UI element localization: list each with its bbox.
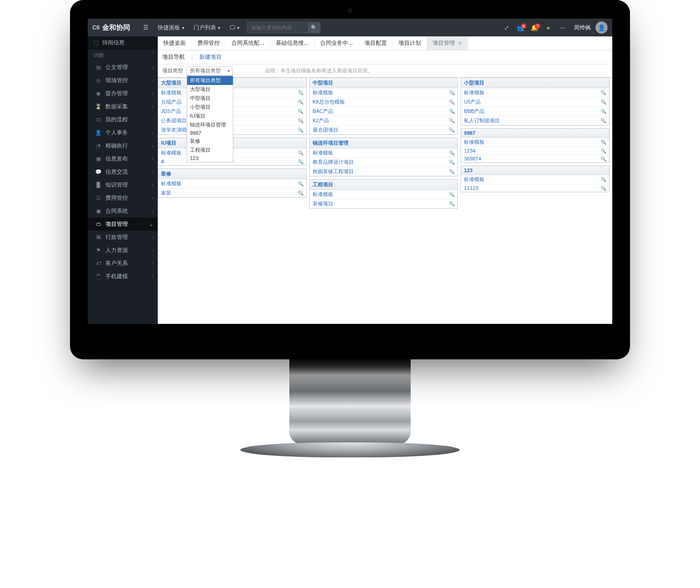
dropdown-option[interactable]: 中型项目 <box>187 94 233 103</box>
panel-row[interactable]: 标准模板🔍 <box>461 175 609 184</box>
panel-row[interactable]: K2产品🔍 <box>310 116 458 126</box>
sidebar-item-15[interactable]: 🏷客户关系› <box>88 257 158 270</box>
project-type-select[interactable]: 所有项目类型 所有项目类型大型项目中型项目小型项目IU项目锦连环项目管理9987… <box>187 66 232 76</box>
panel-row[interactable]: 11123🔍 <box>461 184 609 192</box>
magnifier-icon[interactable]: 🔍 <box>298 118 303 123</box>
panel-row[interactable]: 家装🔍 <box>158 189 306 197</box>
magnifier-icon[interactable]: 🔍 <box>449 160 455 165</box>
magnifier-icon[interactable]: 🔍 <box>298 159 303 164</box>
magnifier-icon[interactable]: 🔍 <box>449 150 455 155</box>
magnifier-icon[interactable]: 🔍 <box>449 99 455 105</box>
panel-row[interactable]: 装修项目🔍 <box>310 199 458 208</box>
dropdown-option[interactable]: 小型项目 <box>187 103 233 112</box>
sidebar-item-13[interactable]: 🏛行政管理› <box>88 231 158 244</box>
sidebar-item-14[interactable]: ⚑人力资源› <box>88 244 158 257</box>
panel-row[interactable]: 标准模板🔍 <box>310 190 458 199</box>
sidebar-item-5[interactable]: 👤个人事务› <box>88 126 158 139</box>
hamburger-icon[interactable]: ☰ <box>139 19 153 36</box>
username[interactable]: 周烨枫 <box>574 24 591 32</box>
tab-0[interactable]: 快捷桌面 <box>158 36 192 50</box>
magnifier-icon[interactable]: 🔍 <box>601 99 606 105</box>
tab-3[interactable]: 基础信息维... <box>270 36 315 50</box>
panel-row[interactable]: 校园装修工程项目🔍 <box>310 167 458 176</box>
panel-row[interactable]: KK总分包模板🔍 <box>310 98 458 107</box>
dropdown-option[interactable]: 9987 <box>187 129 233 137</box>
tab-5[interactable]: 项目配置 <box>359 36 393 50</box>
panel-row[interactable]: 1234🔍 <box>461 147 609 155</box>
panel-row[interactable]: 展会团项目🔍 <box>310 126 458 134</box>
expand-icon[interactable]: ⤢ <box>499 24 513 31</box>
magnifier-icon[interactable]: 🔍 <box>601 186 606 191</box>
magnifier-icon[interactable]: 🔍 <box>601 156 606 161</box>
avatar[interactable]: 👤 <box>595 21 608 34</box>
dropdown-option[interactable]: 所有项目类型 <box>187 76 233 85</box>
magnifier-icon[interactable]: 🔍 <box>298 90 303 95</box>
magnifier-icon[interactable]: 🔍 <box>449 127 455 133</box>
sidebar-item-9[interactable]: ▉知识管理› <box>88 178 158 191</box>
magnifier-icon[interactable]: 🔍 <box>601 148 606 154</box>
panel-row[interactable]: BBB产品🔍 <box>461 107 609 116</box>
panel-row[interactable]: 369874🔍 <box>461 155 609 162</box>
sidebar-item-3[interactable]: ⌛数据采集› <box>88 100 158 113</box>
sidebar-item-2[interactable]: ◉督办管理› <box>88 87 158 100</box>
magnifier-icon[interactable]: 🔍 <box>601 90 606 95</box>
sidebar-item-0[interactable]: ▤公文管理› <box>88 61 158 74</box>
magnifier-icon[interactable]: 🔍 <box>298 150 303 155</box>
magnifier-icon[interactable]: 🔍 <box>449 169 455 174</box>
panel-row[interactable]: 标准模板🔍 <box>461 88 609 98</box>
magnifier-icon[interactable]: 🔍 <box>298 190 303 196</box>
quick-panel-menu[interactable]: 快捷面板 <box>153 19 189 36</box>
sidebar-item-1[interactable]: ◎现场管控› <box>88 74 158 87</box>
tab-1[interactable]: 费用管控 <box>192 36 226 50</box>
panel-row[interactable]: 标准模板🔍 <box>461 138 609 147</box>
dropdown-option[interactable]: 装修 <box>187 137 233 146</box>
users-icon[interactable]: 👥 6 <box>513 24 527 31</box>
dropdown-option[interactable]: 工程项目 <box>187 146 233 154</box>
tab-2[interactable]: 合同系统配... <box>226 36 270 50</box>
sidebar-item-10[interactable]: ☷费用管控› <box>88 191 158 204</box>
panel-row[interactable]: U5产品🔍 <box>461 98 609 107</box>
tab-7[interactable]: 项目管理✕ <box>427 36 468 50</box>
panel-row[interactable]: 标准模板🔍 <box>158 179 306 189</box>
magnifier-icon[interactable]: 🔍 <box>601 140 606 145</box>
subtab-new-project[interactable]: 新建项目 <box>199 53 222 61</box>
portal-list-menu[interactable]: 门户列表 <box>189 19 225 36</box>
magnifier-icon[interactable]: 🔍 <box>449 201 455 206</box>
magnifier-icon[interactable]: 🔍 <box>298 181 303 186</box>
close-icon[interactable]: ✕ <box>458 40 462 46</box>
magnifier-icon[interactable]: 🔍 <box>298 127 303 133</box>
dropdown-option[interactable]: 锦连环项目管理 <box>187 120 233 129</box>
sidebar-item-6[interactable]: ◔精确执行› <box>88 139 158 152</box>
bell-icon[interactable]: 🔔 7 <box>527 24 541 31</box>
status-icon[interactable]: ● <box>541 24 555 31</box>
panel-row[interactable]: 私人订制团项目🔍 <box>461 116 609 125</box>
more-icon[interactable]: ⋯ <box>555 24 569 31</box>
sidebar-item-4[interactable]: 🗀我的流程› <box>88 113 158 126</box>
panel-row[interactable]: 标准模板🔍 <box>310 148 458 158</box>
search-input[interactable] <box>247 25 308 30</box>
magnifier-icon[interactable]: 🔍 <box>601 109 606 114</box>
magnifier-icon[interactable]: 🔍 <box>449 109 455 114</box>
magnifier-icon[interactable]: 🔍 <box>449 90 455 95</box>
sidebar-top-item[interactable]: ⬚ 待阅信息 <box>88 36 158 49</box>
panel-row[interactable]: BAC产品🔍 <box>310 107 458 116</box>
dropdown-option[interactable]: 123 <box>187 154 233 162</box>
magnifier-icon[interactable]: 🔍 <box>298 109 303 114</box>
tab-4[interactable]: 合同业务中... <box>315 36 359 50</box>
sidebar-item-11[interactable]: ▣合同系统› <box>88 204 158 217</box>
dropdown-option[interactable]: 大型项目 <box>187 85 233 94</box>
magnifier-icon[interactable]: 🔍 <box>449 118 455 123</box>
magnifier-icon[interactable]: 🔍 <box>601 118 606 123</box>
tab-6[interactable]: 项目计划 <box>393 36 427 50</box>
magnifier-icon[interactable]: 🔍 <box>449 192 455 197</box>
magnifier-icon[interactable]: 🔍 <box>601 177 606 182</box>
device-menu[interactable]: 🖵 <box>225 19 244 36</box>
sidebar-item-7[interactable]: ▦信息发布› <box>88 152 158 165</box>
panel-row[interactable]: 标准模板🔍 <box>310 88 458 98</box>
subtab-nav[interactable]: 项目导航 <box>162 53 185 61</box>
search-button[interactable]: 🔍 <box>308 22 320 33</box>
sidebar-item-12[interactable]: 🗀项目管理⌄ <box>88 217 158 231</box>
panel-row[interactable]: 教育品牌设计项目🔍 <box>310 158 458 167</box>
sidebar-item-16[interactable]: 📱手机建模› <box>88 270 158 283</box>
sidebar-item-8[interactable]: 💬信息交流› <box>88 165 158 178</box>
